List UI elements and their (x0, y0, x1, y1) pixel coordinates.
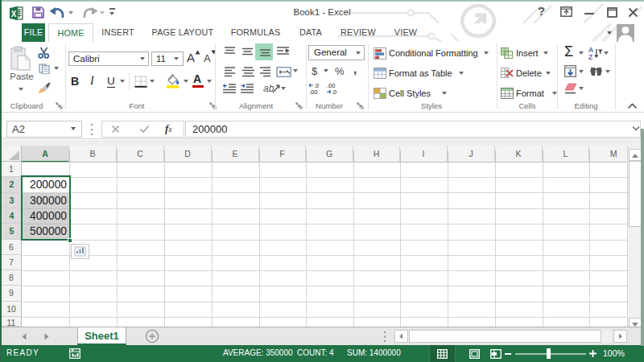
svg-text:Z: Z (588, 53, 592, 60)
svg-text:.00: .00 (309, 88, 317, 94)
svg-text:.0: .0 (332, 88, 336, 94)
